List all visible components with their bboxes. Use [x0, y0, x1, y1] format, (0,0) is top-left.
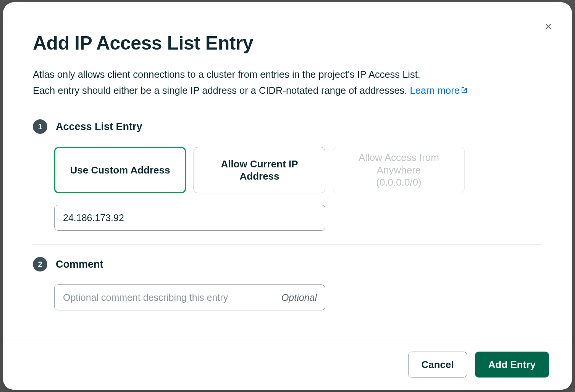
comment-input-wrap: Optional — [54, 284, 325, 310]
option-label-line2: (0.0.0.0/0) — [376, 176, 422, 189]
step-badge-1: 1 — [33, 119, 47, 134]
section-comment: 2 Comment Optional — [33, 257, 542, 310]
comment-input[interactable] — [54, 284, 325, 310]
option-row: Use Custom Address Allow Current IP Addr… — [54, 147, 542, 193]
modal-body: Add IP Access List Entry Atlas only allo… — [3, 2, 572, 339]
option-use-custom-address[interactable]: Use Custom Address — [54, 147, 186, 193]
section-header-2: 2 Comment — [33, 257, 542, 272]
option-allow-current-ip[interactable]: Allow Current IP Address — [194, 147, 325, 193]
modal-description-line1: Atlas only allows client connections to … — [33, 69, 420, 80]
modal-footer: Cancel Add Entry — [3, 339, 572, 390]
modal-description: Atlas only allows client connections to … — [33, 67, 491, 98]
close-button[interactable] — [541, 18, 556, 34]
add-entry-button[interactable]: Add Entry — [475, 352, 549, 378]
external-link-icon — [461, 82, 467, 98]
modal-title: Add IP Access List Entry — [33, 32, 542, 54]
step1-content: Use Custom Address Allow Current IP Addr… — [33, 147, 542, 231]
section-access-list-entry: 1 Access List Entry Use Custom Address A… — [33, 119, 542, 231]
section-divider — [33, 244, 542, 245]
add-ip-access-modal: Add IP Access List Entry Atlas only allo… — [3, 2, 572, 390]
ip-address-input[interactable] — [54, 205, 325, 231]
option-label: Allow Current IP Address — [208, 158, 311, 183]
step-badge-2: 2 — [33, 257, 47, 272]
section-title-2: Comment — [56, 259, 103, 270]
learn-more-link[interactable]: Learn more — [410, 85, 467, 96]
section-title-1: Access List Entry — [56, 121, 142, 133]
option-allow-anywhere: Allow Access from Anywhere (0.0.0.0/0) — [333, 147, 465, 193]
learn-more-label: Learn more — [410, 85, 460, 96]
step2-content: Optional — [33, 284, 542, 310]
close-icon — [544, 21, 553, 31]
ip-input-wrap — [54, 205, 325, 231]
option-label: Use Custom Address — [70, 164, 170, 177]
modal-description-line2: Each entry should either be a single IP … — [33, 85, 410, 96]
cancel-button[interactable]: Cancel — [408, 352, 467, 378]
section-header-1: 1 Access List Entry — [33, 119, 542, 134]
option-label-line1: Allow Access from Anywhere — [347, 151, 451, 176]
